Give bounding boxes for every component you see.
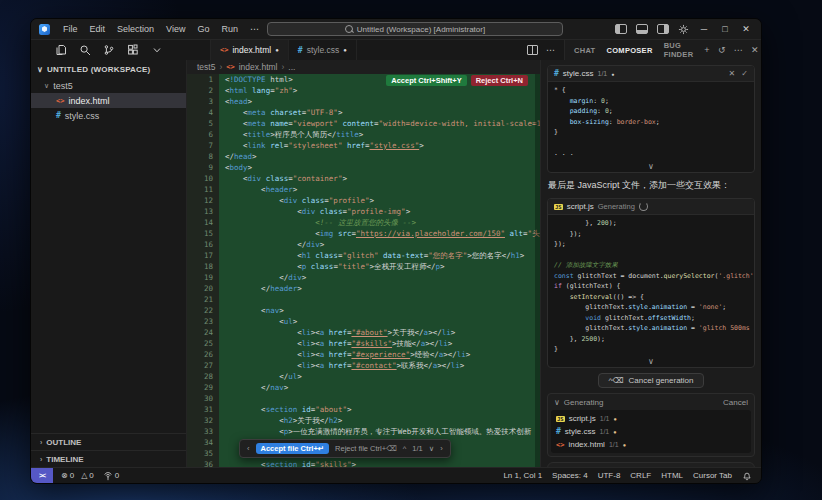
accept-file-button[interactable]: Accept file Ctrl+↵ <box>256 443 330 454</box>
cancel-generation-button[interactable]: ^⌫ Cancel generation <box>598 373 703 388</box>
tab-style.css[interactable]: #style.css● <box>289 40 357 60</box>
code-line[interactable]: </header> <box>225 283 540 294</box>
code-line[interactable]: <link rel="stylesheet" href="style.css"> <box>225 140 540 151</box>
reject-file-button[interactable]: Reject file Ctrl+⌫ <box>335 444 397 453</box>
eol[interactable]: CRLF <box>630 471 651 480</box>
workspace-header[interactable]: ∨ UNTITLED (WORKSPACE) <box>31 62 186 78</box>
breadcrumb-item[interactable]: ... <box>288 62 295 72</box>
code-line[interactable]: <li><a href="#contact">联系我</a></li> <box>225 360 540 371</box>
code-line[interactable]: <li><a href="#skills">技能</a></li> <box>225 338 540 349</box>
panel-close-icon[interactable]: ✕ <box>751 45 759 55</box>
panel-tab-composer[interactable]: COMPOSER <box>606 40 652 61</box>
code-line[interactable]: <li><a href="#about">关于我</a></li> <box>225 327 540 338</box>
breadcrumb[interactable]: test5›<>index.html›... <box>187 60 540 74</box>
maximize-button[interactable]: □ <box>719 24 731 34</box>
code-line[interactable]: <img src="https://via.placeholder.com/15… <box>225 228 540 239</box>
breadcrumb-item[interactable]: index.html <box>239 62 278 72</box>
accept-diff-button[interactable]: Accept Ctrl+Shift+Y <box>386 75 466 86</box>
code-line[interactable]: <h1 class="glitch" data-text="您的名字">您的名字… <box>225 250 540 261</box>
menu-view[interactable]: View <box>160 24 191 34</box>
tab-index.html[interactable]: <>index.html● <box>211 40 289 60</box>
code-line[interactable]: <meta name="viewport" content="width=dev… <box>225 118 540 129</box>
code-line[interactable]: <div class="container"> <box>225 173 540 184</box>
code-line[interactable]: </nav> <box>225 382 540 393</box>
generating-file-style.css[interactable]: #style.css1/1● <box>556 425 746 438</box>
menu-run[interactable]: Run <box>215 24 244 34</box>
chevron-down-icon[interactable]: ∨ <box>554 398 560 407</box>
editor-actions-more-icon[interactable]: ⋯ <box>546 45 556 55</box>
language-mode[interactable]: HTML <box>661 471 683 480</box>
gear-icon[interactable] <box>678 24 689 35</box>
chat-history-icon[interactable]: ↺ <box>718 45 726 55</box>
code-line[interactable]: <li><a href="#experience">经验</a></li> <box>225 349 540 360</box>
code-line[interactable]: </div> <box>225 272 540 283</box>
expand-card-icon[interactable]: ∨ <box>548 357 754 367</box>
code-line[interactable]: <section id="about"> <box>225 404 540 415</box>
code-line[interactable]: <div class="profile-img"> <box>225 206 540 217</box>
new-chat-icon[interactable]: + <box>704 45 710 55</box>
timeline-section[interactable]: › TIMELINE <box>31 450 186 467</box>
panel-tab-bug-finder[interactable]: BUG FINDER <box>664 40 694 61</box>
code-line[interactable]: <h2>关于我</h2> <box>225 415 540 426</box>
code-line[interactable]: <ul> <box>225 316 540 327</box>
prev-change-icon[interactable]: ^ <box>403 444 407 453</box>
panel-more-icon[interactable]: ⋯ <box>734 45 743 55</box>
encoding[interactable]: UTF-8 <box>598 471 621 480</box>
reject-diff-button[interactable]: Reject Ctrl+N <box>471 75 528 86</box>
menu-[interactable]: ⋯ <box>244 24 265 34</box>
menu-edit[interactable]: Edit <box>84 24 112 34</box>
code-line[interactable]: <p class="title">全栈开发工程师</p> <box>225 261 540 272</box>
broadcast-indicator[interactable]: 0 <box>103 471 119 481</box>
code-line[interactable]: <html lang="zh"> <box>225 85 540 96</box>
file-style.css[interactable]: #style.css <box>31 108 186 123</box>
search-view-icon[interactable] <box>79 40 91 61</box>
expand-card-icon[interactable]: ∨ <box>548 162 754 172</box>
code-line[interactable]: <title>程序员个人简历</title> <box>225 129 540 140</box>
minimize-button[interactable]: ─ <box>698 24 710 34</box>
panel-tab-chat[interactable]: CHAT <box>574 40 595 61</box>
remote-indicator[interactable]: >< <box>31 468 53 483</box>
indentation[interactable]: Spaces: 4 <box>552 471 588 480</box>
code-line[interactable]: <!-- 这里放置您的头像 --> <box>225 217 540 228</box>
problems-indicator[interactable]: ⊗ 0 △ 0 <box>61 471 94 480</box>
source-control-icon[interactable] <box>103 40 115 61</box>
code-line[interactable]: </ul> <box>225 371 540 382</box>
code-content[interactable]: <!DOCTYPE html><html lang="zh"><head> <m… <box>219 74 540 467</box>
code-line[interactable] <box>225 393 540 404</box>
generating-file-script.js[interactable]: JSscript.js1/1● <box>556 412 746 425</box>
modified-dot-icon[interactable]: ● <box>275 47 279 53</box>
menu-selection[interactable]: Selection <box>111 24 160 34</box>
toggle-sidebar-icon[interactable] <box>615 24 627 34</box>
code-line[interactable]: <body> <box>225 162 540 173</box>
code-line[interactable]: <nav> <box>225 305 540 316</box>
code-line[interactable]: <head> <box>225 96 540 107</box>
code-line[interactable]: <header> <box>225 184 540 195</box>
toggle-secondary-sidebar-icon[interactable] <box>657 24 669 34</box>
extensions-icon[interactable] <box>127 40 139 61</box>
card-reject-icon[interactable]: ✕ <box>729 69 736 78</box>
code-line[interactable]: </div> <box>225 239 540 250</box>
outline-section[interactable]: › OUTLINE <box>31 433 186 450</box>
file-index.html[interactable]: <>index.html <box>31 93 186 108</box>
generating-cancel-link[interactable]: Cancel <box>723 398 748 407</box>
code-editor[interactable]: 1234567891011121314151617181920212223242… <box>187 74 540 467</box>
modified-dot-icon[interactable]: ● <box>343 47 347 53</box>
code-line[interactable]: <meta charset="UTF-8"> <box>225 107 540 118</box>
split-editor-icon[interactable] <box>527 45 538 55</box>
card-accept-icon[interactable]: ✓ <box>741 69 748 78</box>
code-line[interactable]: <div class="profile"> <box>225 195 540 206</box>
code-line[interactable]: </head> <box>225 151 540 162</box>
code-line[interactable]: <p>一位充满激情的程序员，专注于Web开发和人工智能领域。热爱技术创新 <box>225 426 540 437</box>
code-line[interactable]: <section id="skills"> <box>225 459 540 467</box>
bell-icon[interactable] <box>742 471 752 481</box>
close-button[interactable]: ✕ <box>740 24 752 34</box>
editor-scrollbar[interactable] <box>535 74 540 467</box>
card-file-name[interactable]: script.js <box>567 202 594 211</box>
prev-file-icon[interactable]: ‹ <box>247 444 250 453</box>
chevron-down-icon[interactable] <box>151 40 163 61</box>
code-line[interactable] <box>225 294 540 305</box>
breadcrumb-item[interactable]: test5 <box>197 62 215 72</box>
card-file-name[interactable]: style.css <box>563 69 594 78</box>
menu-go[interactable]: Go <box>191 24 215 34</box>
folder-test5[interactable]: ∨ test5 <box>31 78 186 93</box>
